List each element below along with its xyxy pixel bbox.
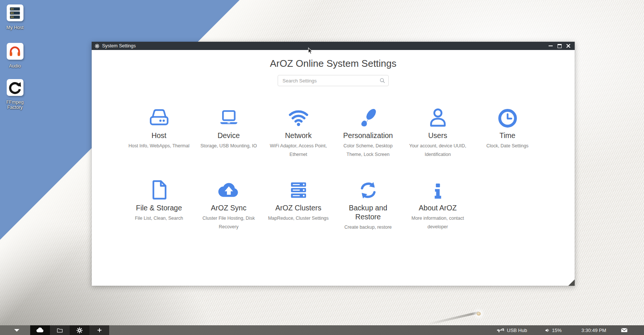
window-titlebar[interactable]: System Settings <box>92 42 575 50</box>
desktop: My Host Audio FFmpeg Factory <box>0 0 644 335</box>
clock-value: 3:30:49 PM <box>581 328 606 333</box>
tile-caption: More information, contact developer <box>403 214 473 231</box>
gear-icon <box>95 44 100 48</box>
file-icon <box>124 178 194 201</box>
circular-arrows-icon <box>7 79 23 96</box>
tile-caption: Color Scheme, Desktop Theme, Lock Screen <box>333 142 403 159</box>
cloud-upload-icon <box>194 178 263 201</box>
clock-icon <box>473 105 542 128</box>
tile-label: File & Storage <box>124 203 194 212</box>
minimize-button[interactable] <box>549 46 553 46</box>
wall-nail <box>477 312 481 316</box>
wifi-icon <box>263 105 333 128</box>
info-icon <box>403 178 473 201</box>
speaker-icon <box>545 328 550 333</box>
maximize-button[interactable] <box>558 44 562 48</box>
tile-users[interactable]: Users Your account, device UUID, Identif… <box>403 105 473 159</box>
settings-row-2: File & Storage File List, Clean, Search … <box>124 178 542 250</box>
settings-grid: Host Host Info, WebApps, Thermal Device <box>124 105 542 250</box>
tile-label: ArOZ Sync <box>194 203 263 212</box>
tile-caption: MapReduce, Cluster Settings <box>263 214 333 223</box>
tile-file-storage[interactable]: File & Storage File List, Clean, Search <box>124 178 194 223</box>
desktop-icon-label: Audio <box>9 63 21 69</box>
system-settings-window: System Settings ArOZ Online System Setti… <box>92 42 575 286</box>
tile-network[interactable]: Network WiFi Adaptor, Access Point, Ethe… <box>263 105 333 159</box>
usb-icon <box>496 328 505 333</box>
server-rack-icon <box>263 178 333 201</box>
tile-label: Backup and Restore <box>333 203 403 221</box>
plus-icon <box>97 327 102 333</box>
tile-about-aroz[interactable]: About ArOZ More information, contact dev… <box>403 178 473 231</box>
search-input[interactable] <box>278 75 389 86</box>
tile-caption: WiFi Adaptor, Access Point, Ethernet <box>263 142 333 159</box>
headphones-icon <box>7 43 23 60</box>
taskbar-file-manager-button[interactable] <box>50 325 70 335</box>
hdd-icon <box>124 105 194 128</box>
tile-caption: Create backup, restore <box>333 223 403 232</box>
tile-host[interactable]: Host Host Info, WebApps, Thermal <box>124 105 194 150</box>
settings-row-1: Host Host Info, WebApps, Thermal Device <box>124 105 542 178</box>
window-resize-handle[interactable] <box>568 279 575 286</box>
sync-arrows-icon <box>333 178 403 201</box>
usb-label: USB Hub <box>507 328 527 333</box>
tile-personalization[interactable]: Personalization Color Scheme, Desktop Th… <box>333 105 403 159</box>
tile-label: ArOZ Clusters <box>263 203 333 212</box>
tile-label: Network <box>263 131 333 140</box>
window-content: ArOZ Online System Settings <box>92 50 575 286</box>
tile-aroz-sync[interactable]: ArOZ Sync Cluster File Hosting, Disk Rec… <box>194 178 263 231</box>
wall-stick-shadow <box>427 311 480 325</box>
tile-label: Time <box>473 131 542 140</box>
tray-messages[interactable] <box>621 325 628 335</box>
tile-caption: Host Info, WebApps, Thermal <box>124 142 194 150</box>
cloud-icon <box>36 326 44 335</box>
taskbar: USB Hub 15% 3:30:49 PM <box>0 325 644 335</box>
envelope-icon <box>621 328 628 333</box>
taskbar-settings-button[interactable] <box>70 325 89 335</box>
page-title: ArOZ Online System Settings <box>92 58 575 69</box>
taskbar-add-button[interactable] <box>89 325 109 335</box>
tray-volume[interactable]: 15% <box>545 325 562 335</box>
tile-label: Host <box>124 131 194 140</box>
desktop-icon-ffmpeg-factory[interactable]: FFmpeg Factory <box>3 79 27 110</box>
volume-value: 15% <box>552 328 562 333</box>
tile-time[interactable]: Time Clock, Date Settings <box>473 105 542 150</box>
laptop-icon <box>194 105 263 128</box>
tile-label: Device <box>194 131 263 140</box>
desktop-icon-audio[interactable]: Audio <box>3 43 27 69</box>
tile-backup-restore[interactable]: Backup and Restore Create backup, restor… <box>333 178 403 232</box>
tray-clock[interactable]: 3:30:49 PM <box>581 325 606 335</box>
tile-label: About ArOZ <box>403 203 473 212</box>
taskbar-expand-arrow-icon[interactable] <box>14 329 19 332</box>
desktop-icon-label: My Host <box>6 25 23 30</box>
desktop-icon-label: FFmpeg Factory <box>2 100 28 110</box>
taskbar-app-buttons <box>30 325 109 335</box>
search-box <box>278 75 389 86</box>
tray-usb-hub[interactable]: USB Hub <box>496 325 527 335</box>
tile-aroz-clusters[interactable]: ArOZ Clusters MapReduce, Cluster Setting… <box>263 178 333 223</box>
gear-icon <box>76 327 83 334</box>
tile-label: Personalization <box>333 131 403 140</box>
close-button[interactable] <box>566 44 570 48</box>
server-icon <box>7 4 23 21</box>
tile-device[interactable]: Device Storage, USB Mounting, IO <box>194 105 263 150</box>
user-icon <box>403 105 473 128</box>
folder-icon <box>56 327 63 334</box>
search-icon <box>379 78 385 85</box>
tile-label: Users <box>403 131 473 140</box>
taskbar-desktop-button[interactable] <box>30 325 50 335</box>
paintbrush-icon <box>333 105 403 128</box>
window-title: System Settings <box>102 43 549 48</box>
tile-caption: Clock, Date Settings <box>473 142 542 150</box>
tile-caption: Cluster File Hosting, Disk Recovery <box>194 214 263 231</box>
tile-caption: Your account, device UUID, Identificatio… <box>403 142 473 159</box>
desktop-icon-my-host[interactable]: My Host <box>3 4 27 30</box>
tile-caption: File List, Clean, Search <box>124 214 194 223</box>
tile-caption: Storage, USB Mounting, IO <box>194 142 263 150</box>
